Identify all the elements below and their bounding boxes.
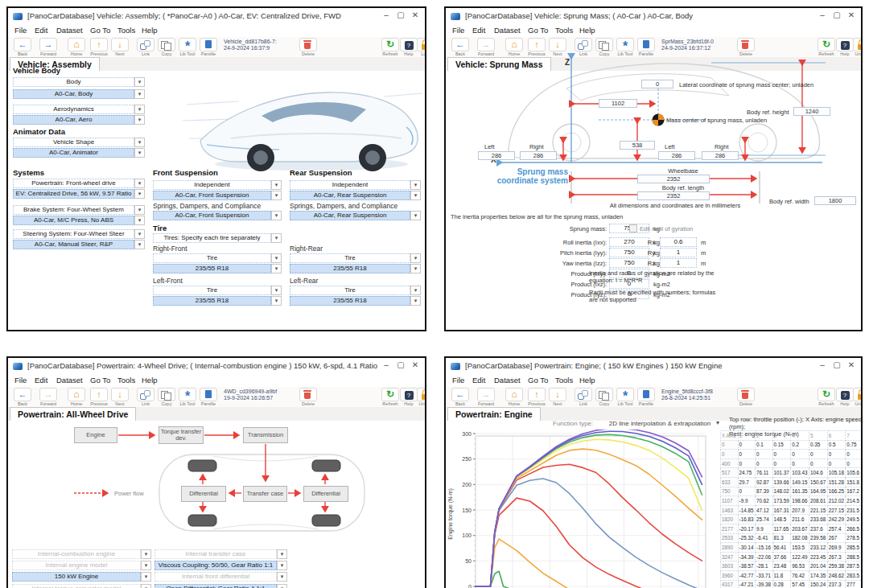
menu-edit[interactable]: Edit bbox=[472, 26, 485, 35]
engine-map-cell[interactable]: 221.15 bbox=[809, 505, 827, 515]
menu-dataset[interactable]: Dataset bbox=[56, 26, 83, 35]
chevron-down-icon[interactable] bbox=[134, 115, 145, 125]
body-category-select[interactable]: Body bbox=[13, 77, 134, 87]
engine-map-cell[interactable]: 0 bbox=[809, 450, 827, 459]
rear-left-radius-field[interactable]: 286 bbox=[658, 151, 695, 160]
link-button[interactable]: Link bbox=[573, 388, 594, 406]
chevron-down-icon[interactable] bbox=[271, 233, 282, 243]
chevron-down-icon[interactable] bbox=[134, 77, 145, 87]
engine-map-cell[interactable]: 207.9 bbox=[791, 505, 809, 515]
engine-map-cell[interactable]: 24.75 bbox=[738, 468, 755, 478]
tab-powertrain-awd[interactable]: Powertrain: All-Wheel Drive bbox=[10, 407, 136, 421]
engine-map-cell[interactable]: 29.7 bbox=[738, 477, 755, 487]
engine-map-cell[interactable]: 208.61 bbox=[809, 496, 827, 506]
chevron-down-icon[interactable] bbox=[410, 253, 421, 263]
engine-map-cell[interactable]: 182.08 bbox=[791, 533, 809, 543]
rear-susp-dataset-select[interactable]: A0-Car, Rear Suspension bbox=[290, 191, 410, 200]
engine-map-cell[interactable]: -6.41 bbox=[756, 533, 772, 543]
engine-map-cell[interactable]: -47.21 bbox=[738, 580, 755, 588]
engine-map-cell[interactable]: 750 bbox=[721, 487, 739, 496]
menu-file[interactable]: File bbox=[452, 26, 464, 35]
engine-map-cell[interactable]: 0 bbox=[809, 458, 827, 468]
transfer-case-category-select[interactable]: Internal transfer case bbox=[154, 549, 277, 559]
rear-susp-type-select[interactable]: Independent bbox=[290, 180, 410, 190]
rr-tire-category-select[interactable]: Tire bbox=[290, 253, 410, 263]
engine-map-cell[interactable]: 266.5 bbox=[846, 524, 862, 533]
rr-tire-select[interactable]: 235/55 R18 bbox=[290, 264, 410, 273]
engine-map-cell[interactable]: 269.9 bbox=[827, 543, 846, 553]
close-icon[interactable]: ✕ bbox=[845, 360, 858, 369]
engine-map-cell[interactable]: 7 bbox=[846, 431, 862, 441]
chevron-down-icon[interactable] bbox=[271, 253, 282, 263]
edit-radii-checkbox[interactable] bbox=[629, 224, 637, 232]
engine-map-cell[interactable]: 174.35 bbox=[809, 570, 827, 580]
engine-map-cell[interactable]: 3 bbox=[772, 431, 791, 441]
engine-map-cell[interactable]: 23.48 bbox=[772, 561, 791, 571]
engine-map-cell[interactable]: 101.37 bbox=[772, 468, 791, 478]
engine-map-cell[interactable]: 211.6 bbox=[791, 515, 809, 524]
chevron-down-icon[interactable] bbox=[134, 138, 145, 147]
ry-field[interactable]: 1 bbox=[660, 248, 697, 257]
lr-tire-select[interactable]: 235/55 R18 bbox=[290, 296, 410, 306]
previous-button[interactable]: Previous bbox=[526, 388, 547, 406]
front-susp-type-select[interactable]: Independent bbox=[153, 180, 271, 190]
engine-map-cell[interactable]: 0 bbox=[721, 450, 739, 459]
titlebar[interactable]: [PanoCarDatabase] Vehicle: Sprung Mass; … bbox=[446, 8, 861, 25]
engine-map-cell[interactable]: 257.4 bbox=[827, 524, 846, 533]
maximize-icon[interactable]: ▢ bbox=[830, 360, 843, 369]
next-button[interactable]: Next bbox=[547, 388, 568, 406]
engine-map-cell[interactable]: 239.58 bbox=[809, 533, 827, 543]
engine-map-cell[interactable]: 0 bbox=[738, 458, 755, 468]
engine-map-cell[interactable]: 105.18 bbox=[827, 468, 846, 478]
engine-map-cell[interactable]: 0 bbox=[756, 450, 772, 459]
lateral-coord-field[interactable]: 0 bbox=[641, 80, 673, 88]
rear-springs-select[interactable]: A0-Car, Rear Suspension bbox=[290, 211, 410, 220]
maximize-icon[interactable]: ▢ bbox=[830, 10, 843, 19]
previous-button[interactable]: Previous bbox=[89, 38, 109, 56]
titlebar[interactable]: [PanoCarDatabase] Powertrain: 4-Wheel Dr… bbox=[8, 358, 425, 375]
delete-button[interactable]: Delete bbox=[735, 388, 756, 406]
engine-map-cell[interactable]: -25.32 bbox=[738, 533, 755, 543]
engine-map-cell[interactable]: 237.6 bbox=[809, 524, 827, 533]
engine-map-cell[interactable]: -16.83 bbox=[738, 515, 755, 524]
chevron-down-icon[interactable]: ▾ bbox=[716, 419, 719, 426]
minimize-icon[interactable]: – bbox=[380, 10, 393, 19]
engine-map-table[interactable]: X Axis1234567000.10.150.20.350.50.750000… bbox=[720, 430, 862, 588]
menu-help[interactable]: Help bbox=[579, 26, 595, 35]
engine-map-cell[interactable]: 92.87 bbox=[756, 477, 772, 487]
engine-map-cell[interactable]: 214.5 bbox=[846, 496, 862, 506]
menu-edit[interactable]: Edit bbox=[35, 376, 47, 384]
engine-map-cell[interactable]: 37.66 bbox=[772, 552, 791, 561]
engine-map-cell[interactable]: -9.9 bbox=[738, 496, 755, 506]
chevron-down-icon[interactable] bbox=[134, 89, 145, 99]
minimize-icon[interactable]: – bbox=[380, 360, 393, 369]
engine-map-cell[interactable]: 0 bbox=[846, 450, 862, 459]
delete-button[interactable]: Delete bbox=[298, 38, 319, 56]
engine-map-cell[interactable]: -42.77 bbox=[738, 570, 755, 580]
engine-map-cell[interactable]: 0.28 bbox=[772, 580, 791, 588]
engine-map-cell[interactable]: 5 bbox=[809, 431, 827, 441]
link-button[interactable]: Link bbox=[135, 388, 156, 406]
forward-button[interactable]: Forward bbox=[38, 388, 59, 406]
torque-converter-select[interactable]: Internal torque converter model bbox=[12, 584, 141, 588]
body-width-field[interactable]: 1800 bbox=[814, 196, 856, 205]
engine-map-cell[interactable]: 285.5 bbox=[846, 543, 862, 553]
engine-map-cell[interactable]: -20.17 bbox=[738, 524, 755, 533]
home-button[interactable]: Home bbox=[66, 38, 87, 56]
chevron-down-icon[interactable] bbox=[271, 296, 282, 306]
menu-tools[interactable]: Tools bbox=[555, 26, 573, 35]
menu-edit[interactable]: Edit bbox=[472, 376, 485, 384]
front-left-radius-field[interactable]: 286 bbox=[478, 151, 515, 160]
engine-map-cell[interactable]: 2890 bbox=[721, 543, 739, 553]
chevron-down-icon[interactable] bbox=[134, 179, 145, 188]
chevron-down-icon[interactable] bbox=[410, 296, 421, 306]
engine-map-cell[interactable]: 25.74 bbox=[756, 515, 772, 524]
copy-button[interactable]: Copy bbox=[594, 388, 615, 406]
engine-map-cell[interactable]: 4 bbox=[791, 431, 809, 441]
engine-map-cell[interactable]: 203.67 bbox=[791, 524, 809, 533]
rear-right-radius-field[interactable]: 286 bbox=[702, 151, 739, 160]
engine-model-select[interactable]: 150 kW Engine bbox=[12, 572, 141, 582]
engine-map-cell[interactable]: 173.59 bbox=[772, 496, 791, 506]
menu-goto[interactable]: Go To bbox=[528, 376, 548, 384]
engine-map-cell[interactable]: 6 bbox=[827, 431, 846, 441]
